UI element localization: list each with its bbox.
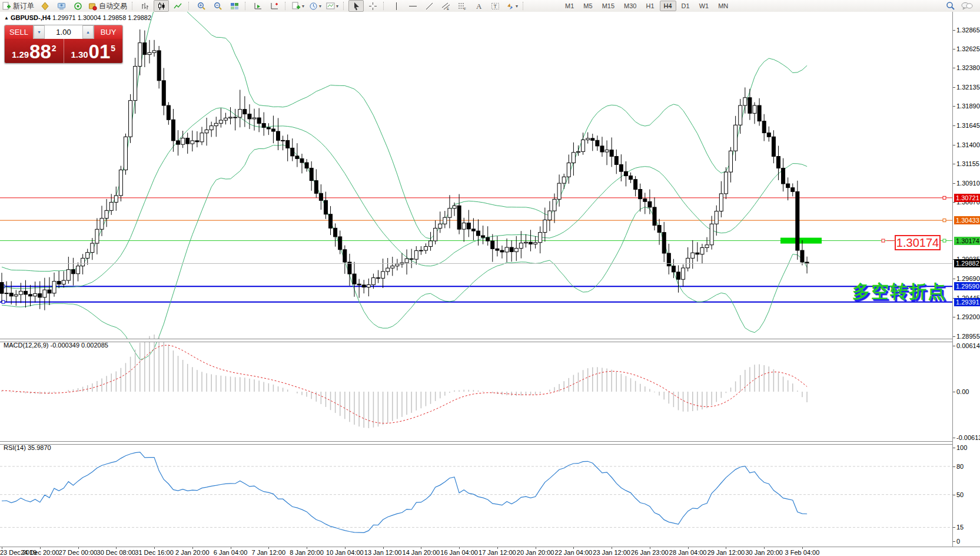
volume-input[interactable] [45, 25, 82, 39]
time-tick-label: 24 Dec 20:00 [21, 549, 59, 556]
sell-button[interactable]: SELL [5, 25, 33, 39]
search-icon[interactable] [943, 0, 958, 12]
time-tick-label: 6 Jan 04:00 [214, 549, 248, 556]
new-order-button[interactable]: 新订单 [1, 0, 36, 12]
fibonacci-button[interactable]: F [454, 0, 470, 12]
timeframe-button-D1[interactable]: D1 [677, 1, 694, 11]
macd-panel [1, 335, 808, 428]
line-chart-button[interactable] [170, 0, 185, 12]
line-handle[interactable] [2, 300, 5, 303]
panel-separator[interactable] [0, 441, 980, 445]
signals-icon[interactable] [70, 0, 85, 12]
community-chat-icon[interactable] [959, 0, 975, 12]
price-tick-label: 1.28955 [956, 333, 980, 340]
time-tick-label: 31 Dec 16:00 [135, 549, 173, 556]
toolbar-separator [285, 2, 287, 10]
time-tick-label: 23 Jan 12:00 [593, 549, 630, 556]
zoom-in-button[interactable] [194, 0, 209, 12]
time-tick-label: 29 Jan 12:00 [707, 549, 745, 556]
time-tick-label: 28 Jan 04:00 [669, 549, 707, 556]
macd-indicator-label: MACD(12,26,9) -0.000349 0.002085 [4, 342, 108, 349]
toolbar-separator [523, 2, 525, 10]
text-label-button[interactable]: T [487, 0, 503, 12]
price-tick-label: 1.31400 [956, 141, 980, 148]
crosshair-button[interactable] [365, 0, 380, 12]
trendline-button[interactable] [421, 0, 437, 12]
timeframe-button-H4[interactable]: H4 [660, 1, 676, 11]
volume-decrease-button[interactable]: ▼ [34, 25, 45, 39]
price-tick-label: 1.32135 [956, 84, 980, 91]
timeframe-group: M1M5M15M30H1H4D1W1MN [560, 1, 733, 11]
time-tick-label: 3 Feb 04:00 [785, 549, 820, 556]
timeframe-button-W1[interactable]: W1 [695, 1, 713, 11]
time-tick-label: 14 Jan 20:00 [403, 549, 440, 556]
vertical-line-button[interactable] [388, 0, 404, 12]
rsi-tick-label: 15 [956, 524, 964, 531]
collapse-icon[interactable]: ▲ [4, 15, 9, 21]
time-tick-label: 10 Jan 04:00 [326, 549, 364, 556]
cursor-button[interactable] [348, 0, 364, 12]
timeframe-button-M5[interactable]: M5 [579, 1, 596, 11]
rsi-line [2, 452, 807, 533]
profile-icon[interactable] [37, 0, 52, 12]
equidistant-channel-button[interactable]: E [438, 0, 453, 12]
sell-price-point: 2 [52, 44, 57, 53]
chart-area[interactable]: ▲ GBPUSD-,H4 1.29971 1.30004 1.29858 1.2… [0, 12, 980, 556]
time-axis[interactable]: 23 Dec 201924 Dec 20:0027 Dec 00:0030 De… [0, 547, 980, 556]
autotrading-button[interactable]: 自动交易 [87, 0, 129, 12]
time-tick-label: 8 Jan 20:00 [290, 549, 324, 556]
time-tick-label: 30 Dec 08:00 [97, 549, 135, 556]
candlestick-chart-button[interactable] [154, 0, 169, 12]
macd-tick-label: 0.00 [956, 388, 969, 395]
chart-title: ▲ GBPUSD-,H4 1.29971 1.30004 1.29858 1.2… [4, 14, 151, 21]
line-handle[interactable] [943, 239, 946, 242]
line-handle[interactable] [943, 219, 946, 222]
line-handle[interactable] [943, 196, 946, 199]
macd-tick-label: 0.006146 [956, 342, 980, 349]
tile-windows-button[interactable] [227, 0, 242, 12]
price-axis[interactable]: 1.328651.326251.323801.321351.318901.316… [952, 12, 980, 547]
price-tick-label: 1.30910 [956, 180, 980, 187]
time-tick-label: 13 Jan 12:00 [364, 549, 402, 556]
svg-text:F: F [464, 7, 466, 11]
time-tick-label: 22 Jan 04:00 [555, 549, 593, 556]
price-tick-label: 1.31890 [956, 102, 980, 110]
rsi-tick-label: 100 [956, 444, 967, 451]
timeframe-button-M15[interactable]: M15 [598, 1, 619, 11]
price-badge: 1.30174 [954, 237, 980, 245]
price-annotation-box[interactable]: 1.30174 [895, 235, 941, 250]
chart-shift-button[interactable] [267, 0, 282, 12]
chinese-annotation[interactable]: 多空转折点 [852, 280, 946, 304]
buy-price-prefix: 1.30 [71, 49, 88, 59]
periods-button[interactable]: ▾ [307, 0, 323, 12]
autotrading-label: 自动交易 [99, 1, 127, 11]
timeframe-button-M1[interactable]: M1 [561, 1, 578, 11]
price-tick-label: 1.32865 [956, 27, 980, 34]
symbol-period-label: GBPUSD-,H4 [11, 14, 51, 21]
arrows-button[interactable]: ▾ [504, 0, 520, 12]
zoom-out-button[interactable] [210, 0, 225, 12]
panel-separator[interactable] [0, 339, 980, 342]
text-button[interactable]: A [471, 0, 486, 12]
templates-button[interactable]: ▾ [324, 0, 340, 12]
timeframe-button-H1[interactable]: H1 [642, 1, 658, 11]
indicators-button[interactable]: ▾ [290, 0, 306, 12]
price-tick-label: 1.31645 [956, 122, 980, 129]
buy-price-display[interactable]: 1.30 01 5 [64, 39, 123, 63]
sell-price-prefix: 1.29 [12, 49, 29, 59]
terminal-icon[interactable] [54, 0, 69, 12]
time-tick-label: 17 Jan 12:00 [479, 549, 516, 556]
price-chart-canvas[interactable] [0, 12, 952, 547]
volume-increase-button[interactable]: ▲ [82, 25, 94, 39]
timeframe-button-M30[interactable]: M30 [620, 1, 640, 11]
timeframe-button-MN[interactable]: MN [714, 1, 732, 11]
highlight-rectangle[interactable] [780, 238, 822, 244]
line-handle[interactable] [882, 239, 885, 242]
buy-button[interactable]: BUY [94, 25, 122, 39]
price-tick-label: 1.29690 [956, 275, 980, 282]
toolbar-separator [383, 2, 386, 10]
horizontal-line-button[interactable] [405, 0, 420, 12]
auto-scroll-button[interactable] [250, 0, 265, 12]
bar-chart-button[interactable] [137, 0, 152, 12]
sell-price-display[interactable]: 1.29 88 2 [5, 39, 64, 63]
